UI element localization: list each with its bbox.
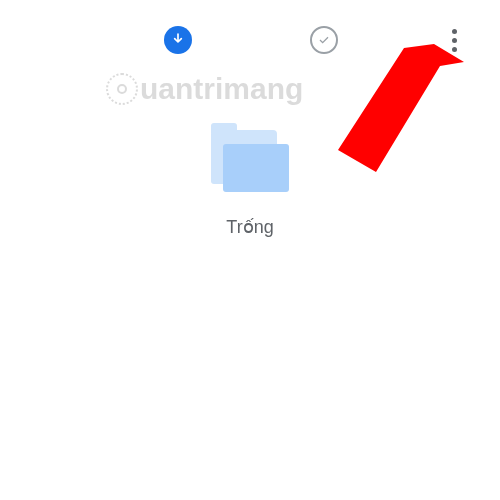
more-vertical-icon — [452, 38, 457, 43]
download-button[interactable] — [164, 26, 192, 54]
watermark-text: uantrimang — [140, 72, 303, 106]
svg-marker-1 — [338, 44, 464, 172]
top-toolbar — [0, 14, 500, 54]
folder-label: Trống — [226, 216, 273, 238]
check-icon — [316, 32, 332, 48]
folder-icon — [211, 130, 289, 192]
watermark-logo-icon — [106, 73, 138, 105]
watermark: uantrimang — [106, 72, 303, 106]
more-options-button[interactable] — [436, 22, 472, 58]
folder-item[interactable]: Trống — [150, 130, 350, 238]
select-button[interactable] — [310, 26, 338, 54]
download-icon — [170, 32, 186, 48]
